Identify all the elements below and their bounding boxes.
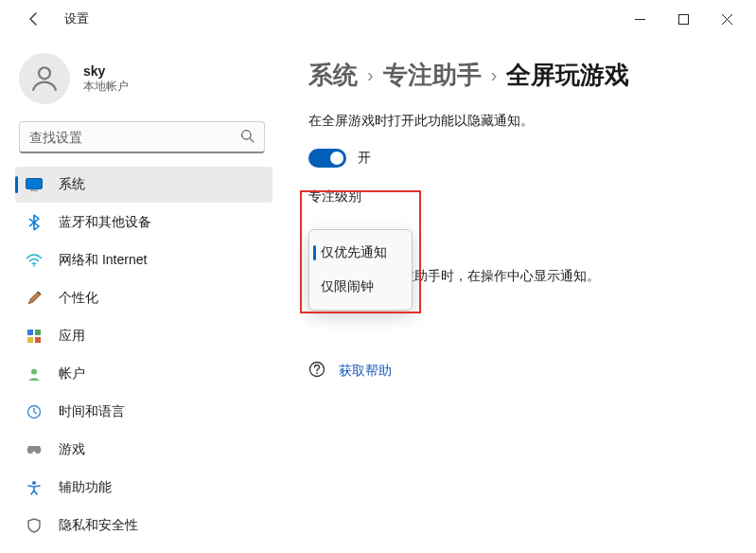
shield-icon (25, 516, 44, 535)
sidebar-item-personalization[interactable]: 个性化 (15, 280, 273, 316)
svg-point-10 (31, 369, 37, 375)
chevron-right-icon: › (491, 64, 498, 86)
system-icon (25, 175, 44, 194)
accessibility-icon (25, 478, 44, 497)
svg-rect-0 (678, 14, 688, 24)
gaming-icon (25, 440, 44, 459)
sidebar-item-system[interactable]: 系统 (15, 167, 273, 203)
svg-point-5 (33, 265, 35, 267)
sidebar-item-bluetooth[interactable]: 蓝牙和其他设备 (15, 205, 273, 241)
page-title: 全屏玩游戏 (506, 59, 629, 92)
search-icon (240, 129, 255, 146)
sidebar-item-gaming[interactable]: 游戏 (15, 432, 273, 468)
profile-card[interactable]: sky 本地帐户 (15, 47, 273, 117)
get-help-link[interactable]: 获取帮助 (339, 363, 392, 380)
svg-point-12 (32, 481, 36, 485)
sidebar-item-apps[interactable]: 应用 (15, 318, 273, 354)
svg-rect-6 (27, 330, 33, 335)
svg-point-1 (39, 67, 50, 79)
profile-subtitle: 本地帐户 (83, 79, 129, 95)
breadcrumb: 系统 › 专注助手 › 全屏玩游戏 (308, 59, 728, 92)
dropdown-option-alarms-only[interactable]: 仅限闹钟 (309, 270, 412, 304)
search-input[interactable] (29, 130, 240, 145)
sidebar-item-label: 游戏 (59, 441, 85, 458)
close-button[interactable] (705, 4, 748, 34)
profile-text: sky 本地帐户 (83, 63, 129, 95)
bluetooth-icon (25, 213, 44, 232)
dropdown-option-label: 仅限闹钟 (321, 278, 374, 295)
person-icon (28, 62, 61, 95)
svg-rect-9 (35, 337, 41, 343)
sidebar-item-label: 个性化 (59, 290, 98, 307)
svg-rect-3 (26, 179, 43, 189)
window-controls (618, 4, 748, 34)
svg-rect-7 (35, 330, 41, 335)
avatar (19, 53, 70, 104)
svg-rect-4 (30, 190, 38, 191)
close-icon (722, 14, 732, 25)
account-icon (25, 365, 44, 384)
sidebar-item-privacy[interactable]: 隐私和安全性 (15, 508, 273, 544)
sidebar-item-label: 帐户 (59, 366, 85, 383)
dropdown-option-label: 仅优先通知 (321, 244, 387, 261)
profile-name: sky (83, 63, 129, 79)
nav-list: 系统 蓝牙和其他设备 网络和 Internet 个性化 (15, 167, 273, 544)
sidebar-item-network[interactable]: 网络和 Internet (15, 242, 273, 278)
svg-point-2 (242, 130, 251, 138)
dropdown-option-priority-only[interactable]: 仅优先通知 (309, 236, 412, 270)
sidebar: sky 本地帐户 系统 蓝牙和其他设备 (0, 38, 280, 553)
sidebar-item-accounts[interactable]: 帐户 (15, 356, 273, 392)
focus-level-dropdown: 仅优先通知 仅限闹钟 (308, 229, 413, 311)
breadcrumb-focus-assist[interactable]: 专注助手 (383, 59, 482, 92)
section-focus-level-title: 专注级别 (308, 188, 728, 205)
sidebar-item-label: 隐私和安全性 (59, 517, 138, 534)
svg-point-14 (316, 372, 318, 374)
maximize-button[interactable] (661, 4, 705, 34)
clock-globe-icon (25, 402, 44, 421)
feature-toggle[interactable] (308, 149, 346, 168)
search-box[interactable] (19, 121, 265, 153)
sidebar-item-label: 蓝牙和其他设备 (59, 214, 151, 231)
paintbrush-icon (25, 289, 44, 308)
chevron-right-icon: › (367, 64, 374, 86)
minimize-button[interactable] (618, 4, 661, 34)
wifi-icon (25, 251, 44, 270)
apps-icon (25, 327, 44, 346)
sidebar-item-label: 时间和语言 (59, 403, 125, 420)
page-description: 在全屏游戏时打开此功能以隐藏通知。 (308, 113, 728, 130)
breadcrumb-system[interactable]: 系统 (308, 59, 358, 92)
sidebar-item-label: 应用 (59, 328, 85, 345)
toggle-row: 开 (308, 149, 728, 168)
sidebar-item-label: 辅助功能 (59, 479, 112, 496)
maximize-icon (678, 14, 689, 25)
svg-rect-8 (27, 337, 33, 343)
sidebar-item-label: 网络和 Internet (59, 252, 147, 269)
arrow-left-icon (26, 11, 42, 27)
help-icon (308, 361, 325, 381)
minimize-icon (635, 14, 645, 25)
app-title: 设置 (64, 10, 89, 27)
back-button[interactable] (19, 4, 49, 34)
sidebar-item-accessibility[interactable]: 辅助功能 (15, 470, 273, 506)
sidebar-item-time-language[interactable]: 时间和语言 (15, 394, 273, 430)
titlebar: 设置 (0, 0, 756, 38)
sidebar-item-label: 系统 (59, 176, 85, 193)
help-row: 获取帮助 (308, 361, 728, 381)
toggle-label: 开 (358, 150, 371, 167)
